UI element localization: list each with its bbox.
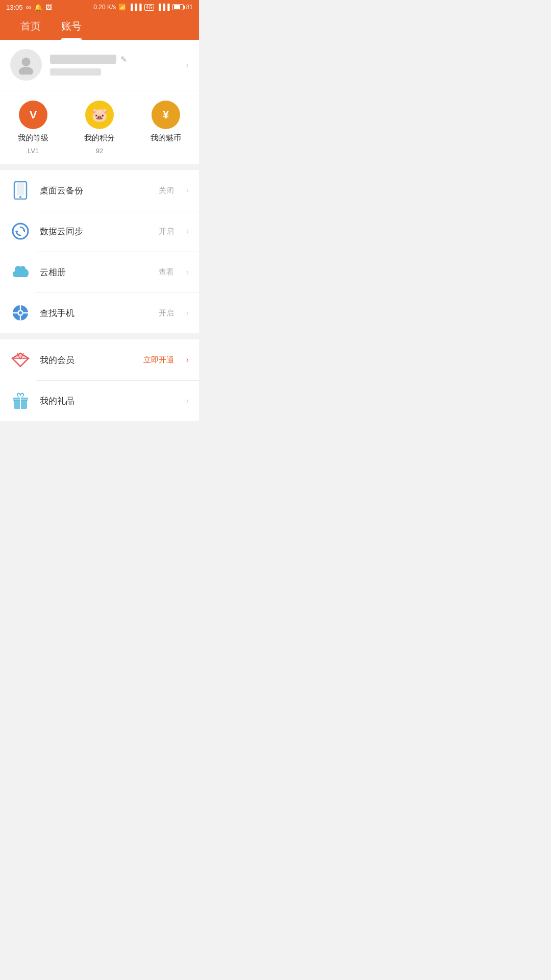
tab-home[interactable]: 首页 [10, 14, 51, 40]
cloud-sync-label: 数据云同步 [40, 226, 149, 237]
coins-label: 我的魅币 [151, 133, 181, 143]
cloud-backup-arrow: › [186, 186, 189, 195]
find-phone-label: 查找手机 [40, 307, 149, 319]
cloud-backup-status: 关闭 [159, 186, 174, 195]
notification-icon: 🔔 [34, 4, 42, 11]
infinity-icon: ∞ [26, 3, 31, 11]
wifi-icon: 📶 [118, 4, 126, 11]
gifts-arrow: › [186, 396, 189, 405]
status-bar: 13:05 ∞ 🔔 🖼 0.20 K/s 📶 ▐▐▐ 4G ▐▐▐ 81 [0, 0, 199, 14]
nav-tabs: 首页 账号 [0, 14, 199, 40]
points-label: 我的积分 [84, 133, 115, 143]
membership-label: 我的会员 [40, 354, 134, 366]
profile-name [50, 55, 116, 64]
svg-point-1 [19, 67, 34, 75]
cloud-icon [11, 264, 30, 280]
avatar [10, 49, 42, 81]
battery-level: 81 [186, 4, 193, 11]
find-phone-arrow: › [186, 308, 189, 317]
profile-info: ✎ [50, 55, 178, 76]
section-gap-2 [0, 333, 199, 339]
level-icon: V [19, 101, 47, 129]
status-time: 13:05 [6, 4, 23, 11]
menu-item-membership[interactable]: 我的会员 立即开通 › [0, 339, 199, 380]
speed-indicator: 0.20 K/s [93, 4, 116, 11]
level-label: 我的等级 [18, 133, 48, 143]
locate-icon [11, 304, 30, 322]
gifts-label: 我的礼品 [40, 395, 165, 407]
cloud-album-label: 云相册 [40, 266, 149, 278]
membership-arrow: › [186, 355, 189, 364]
points-value: 92 [96, 147, 103, 155]
cloud-backup-icon-wrap [10, 180, 31, 201]
menu-item-cloud-album[interactable]: 云相册 查看 › [0, 252, 199, 292]
section-gap-1 [0, 164, 199, 170]
svg-marker-6 [22, 229, 26, 231]
profile-section[interactable]: ✎ › [0, 40, 199, 90]
profile-arrow: › [186, 60, 189, 70]
signal-icon1: ▐▐▐ [129, 4, 142, 11]
points-icon: 🐷 [85, 101, 114, 129]
menu-item-cloud-sync[interactable]: 数据云同步 开启 › [0, 211, 199, 252]
menu-item-gifts[interactable]: 我的礼品 › [0, 380, 199, 421]
membership-icon-wrap [10, 350, 31, 370]
menu-item-cloud-backup[interactable]: 桌面云备份 关闭 › [0, 170, 199, 211]
cloud-album-icon-wrap [10, 262, 31, 282]
stats-section: V 我的等级 LV1 🐷 我的积分 92 ¥ 我的魅币 [0, 90, 199, 164]
gifts-icon-wrap [10, 390, 31, 411]
stat-coins[interactable]: ¥ 我的魅币 [133, 101, 199, 155]
signal-icon2: ▐▐▐ [157, 4, 170, 11]
status-left: 13:05 ∞ 🔔 🖼 [6, 3, 52, 11]
coins-icon: ¥ [152, 101, 180, 129]
svg-point-4 [19, 196, 21, 198]
diamond-icon [11, 352, 30, 368]
stat-level[interactable]: V 我的等级 LV1 [0, 101, 66, 155]
menu-group-1: 桌面云备份 关闭 › 数据云同步 开启 › 云相册 查看 › [0, 170, 199, 333]
cloud-sync-arrow: › [186, 227, 189, 236]
battery-icon [172, 4, 184, 10]
image-icon: 🖼 [45, 4, 52, 11]
stat-points[interactable]: 🐷 我的积分 92 [66, 101, 133, 155]
cloud-backup-label: 桌面云备份 [40, 185, 149, 197]
cloud-album-status: 查看 [159, 267, 174, 277]
gift-icon [11, 391, 30, 410]
svg-point-14 [19, 311, 22, 314]
profile-name-row: ✎ [50, 55, 178, 64]
edit-icon[interactable]: ✎ [120, 55, 127, 64]
4g-badge: 4G [144, 4, 154, 11]
menu-item-find-phone[interactable]: 查找手机 开启 › [0, 292, 199, 333]
cloud-sync-icon-wrap [10, 221, 31, 241]
phone-icon [12, 181, 29, 200]
membership-status: 立即开通 [143, 355, 174, 365]
level-value: LV1 [28, 147, 39, 155]
svg-point-0 [21, 58, 30, 66]
find-phone-status: 开启 [159, 308, 174, 318]
svg-point-5 [13, 224, 28, 239]
svg-rect-3 [17, 183, 24, 195]
sync-icon [11, 222, 30, 240]
tab-account[interactable]: 账号 [51, 14, 92, 40]
cloud-sync-status: 开启 [159, 227, 174, 236]
menu-group-2: 我的会员 立即开通 › 我的礼品 › [0, 339, 199, 421]
svg-marker-7 [15, 231, 18, 233]
profile-subtitle [50, 68, 101, 76]
status-right: 0.20 K/s 📶 ▐▐▐ 4G ▐▐▐ 81 [93, 4, 193, 11]
find-phone-icon-wrap [10, 303, 31, 323]
cloud-album-arrow: › [186, 267, 189, 277]
avatar-person-icon [16, 55, 36, 75]
